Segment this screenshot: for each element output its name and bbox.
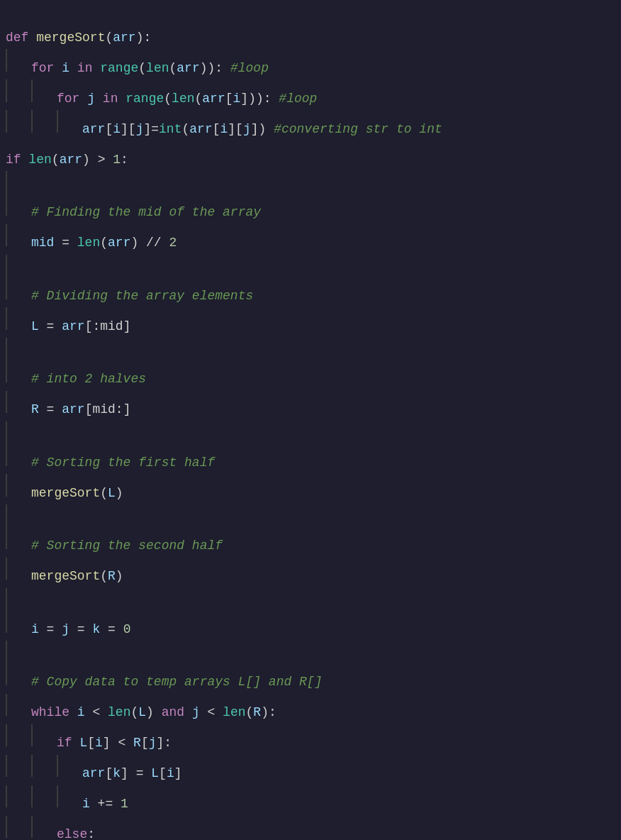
token: < (85, 702, 108, 724)
indent (6, 785, 82, 808)
token: ][ (121, 118, 136, 141)
indent-bar-3 (57, 755, 82, 778)
code-container: def mergeSort(arr):for i in range(len(ar… (0, 11, 621, 840)
code-line: # Dividing the array elements (0, 277, 621, 307)
indent (6, 443, 31, 466)
indent-bar-1 (6, 49, 31, 72)
token: # Copy data to temp arrays L[] and R[] (31, 671, 322, 694)
indent (6, 110, 82, 133)
token: ( (195, 88, 203, 111)
token: k (92, 619, 100, 641)
code-line (0, 421, 621, 444)
indent (6, 307, 31, 330)
indent (6, 224, 31, 247)
token: mergeSort (31, 565, 100, 588)
code-line (0, 171, 621, 194)
indent-bar-1 (6, 277, 31, 299)
indent (6, 641, 31, 663)
token: 0 (123, 619, 131, 641)
code-line: # into 2 halves (0, 360, 621, 391)
code-line: while i < len(L) and j < len(R): (0, 694, 621, 724)
indent (6, 79, 57, 102)
token: for (31, 57, 54, 80)
indent (6, 724, 57, 747)
indent-bar-1 (6, 307, 31, 330)
token: R (253, 702, 261, 724)
token: j (87, 88, 95, 111)
token: # Dividing the array elements (31, 285, 253, 308)
indent-bar-1 (6, 785, 31, 808)
token: # Finding the mid of the array (31, 201, 261, 224)
code-line: def mergeSort(arr): (0, 18, 621, 49)
code-line (0, 338, 621, 360)
token: len (146, 57, 169, 80)
token: i (82, 793, 90, 816)
indent-bar-1 (6, 171, 31, 194)
indent-bar-2 (31, 79, 57, 102)
token: [ (225, 88, 233, 111)
indent (6, 391, 31, 414)
token: = (39, 619, 62, 641)
indent-bar-1 (6, 443, 31, 466)
token: j (192, 702, 200, 724)
token (92, 57, 100, 80)
token: and (162, 702, 184, 724)
indent-bar-3 (57, 785, 82, 808)
indent (6, 694, 31, 717)
token: i (113, 118, 121, 141)
code-line: # Sorting the second half (0, 527, 621, 558)
indent-bar-1 (6, 504, 31, 527)
token: j (149, 732, 157, 755)
token: i (62, 57, 69, 80)
token: L (138, 702, 146, 724)
token: in (103, 88, 118, 111)
token: mergeSort (36, 27, 105, 50)
token: len (77, 232, 100, 255)
token: 1 (121, 793, 128, 816)
token: j (62, 619, 69, 641)
token: [ (105, 118, 113, 141)
token: len (172, 88, 194, 111)
indent-bar-1 (6, 588, 31, 611)
token: 2 (169, 232, 177, 255)
code-line: # Finding the mid of the array (0, 194, 621, 224)
token: ] < (103, 732, 133, 755)
token: [ (105, 763, 113, 785)
indent (6, 755, 82, 778)
token: arr (62, 316, 84, 338)
token: L (108, 482, 116, 505)
token: if (6, 149, 21, 172)
token: j (136, 118, 144, 141)
token: 1 (113, 149, 121, 172)
token: = (54, 232, 77, 255)
token: arr (177, 57, 199, 80)
token: ] (174, 763, 182, 785)
indent (6, 588, 31, 611)
indent-bar-1 (6, 474, 31, 497)
token: i (95, 732, 103, 755)
token: ( (52, 149, 60, 172)
token: i (31, 619, 39, 641)
indent (6, 504, 31, 527)
token: len (28, 149, 51, 172)
token: ( (138, 57, 146, 80)
token: ( (130, 702, 138, 724)
indent-bar-1 (6, 610, 31, 633)
indent-bar-1 (6, 338, 31, 360)
token: += (90, 793, 121, 816)
token: i (220, 118, 228, 141)
token (79, 88, 87, 111)
token: ) (146, 702, 162, 724)
token: arr (62, 399, 84, 421)
indent-bar-1 (6, 224, 31, 247)
token: range (100, 57, 138, 80)
indent (6, 663, 31, 686)
token: i (233, 88, 241, 111)
token: arr (82, 118, 105, 141)
code-line: if len(arr) > 1: (0, 140, 621, 171)
indent-bar-1 (6, 755, 31, 778)
token: = (39, 316, 62, 338)
token: #converting str to int (274, 118, 442, 141)
token: ( (164, 88, 172, 111)
token: i (77, 702, 85, 724)
